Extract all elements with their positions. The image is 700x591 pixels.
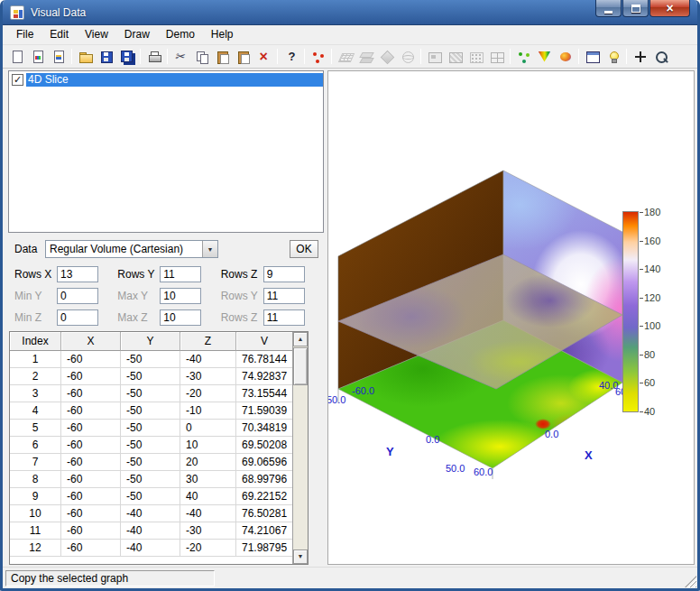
- table-cell: 68.99796: [236, 471, 292, 488]
- toolbar-pan-button[interactable]: [630, 47, 650, 67]
- toolbar-data-grid-button[interactable]: [582, 47, 603, 67]
- table-row[interactable]: 2-60-50-3074.92837: [10, 368, 292, 385]
- toolbar-scatter-3d-button[interactable]: [513, 47, 534, 67]
- menu-file[interactable]: File: [8, 25, 41, 44]
- table-row[interactable]: 11-60-40-3074.21067: [10, 522, 292, 540]
- paste-icon: [216, 50, 230, 64]
- table-cell: -40: [121, 505, 180, 522]
- toolbar-contour-plot-button: [355, 47, 376, 67]
- table-row[interactable]: 3-60-50-2073.15544: [10, 385, 292, 402]
- table-cell: -60: [61, 420, 121, 437]
- title-bar[interactable]: Visual Data ×: [3, 0, 697, 25]
- toolbar-delete-button[interactable]: [253, 47, 274, 67]
- toolbar-new-window-button[interactable]: [27, 47, 48, 67]
- copy-icon: [195, 50, 209, 64]
- colorbar-label: 120: [644, 292, 660, 303]
- checkbox-icon[interactable]: ✓: [12, 74, 23, 86]
- input-min-z[interactable]: [57, 309, 98, 326]
- table-cell: -40: [121, 540, 180, 557]
- column-header-index[interactable]: Index: [10, 332, 61, 351]
- table-cell: 8: [10, 471, 61, 488]
- paste-special-icon: [236, 50, 251, 64]
- table-cell: -60: [61, 385, 121, 402]
- chevron-down-icon[interactable]: ▼: [202, 241, 217, 257]
- table-row[interactable]: 12-60-40-2071.98795: [10, 540, 292, 557]
- toolbar-zoom-button[interactable]: [650, 47, 671, 67]
- table-cell: 12: [10, 540, 61, 557]
- column-header-v[interactable]: V: [236, 332, 292, 351]
- toolbar-separator: [626, 49, 627, 64]
- close-button[interactable]: ×: [649, 0, 690, 17]
- input-rows-y[interactable]: [160, 266, 201, 282]
- toolbar-separator: [167, 49, 168, 64]
- table-cell: 0: [180, 420, 236, 437]
- column-header-x[interactable]: X: [61, 332, 121, 351]
- toolbar-print-button[interactable]: [143, 47, 164, 67]
- table-row[interactable]: 7-60-502069.06596: [10, 454, 292, 471]
- data-label: Data: [14, 243, 45, 255]
- ok-button[interactable]: OK: [290, 240, 318, 258]
- table-row[interactable]: 5-60-50070.34819: [10, 420, 292, 437]
- toolbar-solid-plot-button: [376, 47, 397, 67]
- toolbar-help-button[interactable]: [281, 47, 301, 67]
- input-rows-y[interactable]: [263, 288, 305, 304]
- menu-draw[interactable]: Draw: [116, 25, 158, 44]
- toolbar-new-button[interactable]: [6, 47, 27, 67]
- colorbar: [622, 211, 639, 412]
- menu-edit[interactable]: Edit: [41, 25, 77, 44]
- menu-demo[interactable]: Demo: [158, 25, 203, 44]
- resize-grip-icon[interactable]: [685, 576, 696, 587]
- table-cell: -40: [180, 505, 236, 522]
- toolbar-copy-button[interactable]: [191, 47, 212, 67]
- toolbar-lattice-plot-button: [465, 47, 486, 67]
- table-row[interactable]: 6-60-501069.50208: [10, 437, 292, 454]
- plot-panel[interactable]: Y X 50.0-60.00.050.060.00.040.060.0 1801…: [327, 70, 695, 565]
- help-icon: [284, 50, 299, 64]
- minimize-icon: [604, 11, 612, 14]
- save-all-icon: [120, 50, 134, 64]
- toolbar-new-data-button[interactable]: [48, 47, 69, 67]
- input-rows-z[interactable]: [263, 266, 305, 282]
- axis-tick-label: 60.0: [474, 466, 493, 477]
- toolbar-open-button[interactable]: [75, 47, 96, 67]
- table-row[interactable]: 10-60-40-4076.50281: [10, 505, 292, 522]
- table-cell: -20: [180, 540, 236, 557]
- table-cell: 10: [10, 505, 61, 522]
- input-rows-z[interactable]: [263, 309, 305, 326]
- scroll-down-icon[interactable]: ▼: [293, 549, 308, 564]
- toolbar-lighting-button[interactable]: [603, 47, 623, 67]
- table-row[interactable]: 1-60-50-4076.78144: [10, 351, 292, 368]
- toolbar-save-all-button[interactable]: [116, 47, 137, 67]
- input-rows-x[interactable]: [57, 266, 98, 282]
- toolbar-paste-special-button[interactable]: [233, 47, 253, 67]
- toolbar-save-button[interactable]: [96, 47, 116, 67]
- menu-help[interactable]: Help: [203, 25, 242, 44]
- column-header-z[interactable]: Z: [180, 332, 236, 351]
- toolbar-surface-3d-button[interactable]: [534, 47, 555, 67]
- scroll-up-icon[interactable]: ▲: [293, 332, 308, 346]
- data-type-combobox[interactable]: Regular Volume (Cartesian) ▼: [45, 240, 218, 258]
- table-cell: -30: [180, 368, 236, 385]
- input-max-y[interactable]: [160, 288, 201, 304]
- colorbar-label: 140: [644, 263, 660, 274]
- toolbar-scatter-plot-button[interactable]: [308, 47, 328, 67]
- table-cell: 9: [10, 488, 61, 505]
- table-cell: 74.92837: [236, 368, 292, 385]
- input-max-z[interactable]: [160, 309, 201, 326]
- lattice-plot-icon: [469, 50, 484, 64]
- table-row[interactable]: 8-60-503068.99796: [10, 471, 292, 488]
- toolbar-cut-button[interactable]: [170, 47, 191, 67]
- table-row[interactable]: 4-60-50-1071.59039: [10, 402, 292, 420]
- table-scrollbar[interactable]: ▲ ▼: [292, 332, 308, 564]
- table-row[interactable]: 9-60-504069.22152: [10, 488, 292, 505]
- list-item-4d-slice[interactable]: ✓4D Slice: [9, 71, 323, 88]
- toolbar-paste-button[interactable]: [212, 47, 233, 67]
- scrollbar-thumb[interactable]: [293, 347, 308, 385]
- column-header-y[interactable]: Y: [121, 332, 180, 351]
- minimize-button[interactable]: [595, 0, 622, 17]
- input-min-y[interactable]: [57, 288, 98, 304]
- maximize-button[interactable]: [622, 0, 649, 17]
- menu-view[interactable]: View: [77, 25, 116, 44]
- toolbar-volume-3d-button[interactable]: [555, 47, 576, 67]
- label-max-z: Max Z: [117, 311, 160, 324]
